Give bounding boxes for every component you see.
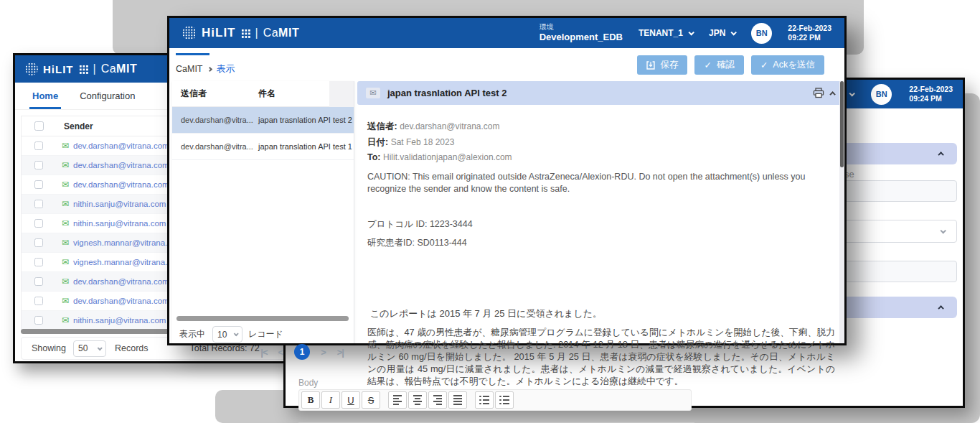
sender-email-link[interactable]: dev.darshan@vitrana.com bbox=[73, 180, 169, 189]
language-select[interactable]: JPN bbox=[709, 28, 735, 38]
front-app-header: HiLIT | CaMIT 環境 Development_EDB TENANT_… bbox=[169, 18, 844, 48]
envelope-icon: ✉ bbox=[62, 316, 69, 325]
save-button[interactable]: 保存 bbox=[637, 55, 687, 75]
tenant-select[interactable]: TENANT_1 bbox=[639, 28, 693, 38]
envelope-icon: ✉ bbox=[62, 219, 69, 228]
current-page-button[interactable]: 1 bbox=[294, 344, 310, 360]
received-line: このレポートは 2015 年 7 月 25 日に受領されました。 bbox=[370, 307, 602, 320]
brand-name: HiLIT bbox=[202, 26, 236, 40]
last-page-button[interactable]: >| bbox=[337, 347, 344, 358]
chevron-down-icon bbox=[731, 29, 737, 35]
records-label: Records bbox=[115, 343, 149, 353]
mail-date-line: 日付: Sat Feb 18 2023 bbox=[367, 136, 454, 149]
mail-list-header: 送信者 件名 bbox=[172, 81, 354, 107]
row-checkbox[interactable] bbox=[34, 238, 43, 247]
chevron-right-icon bbox=[207, 66, 212, 71]
next-page-button[interactable]: > bbox=[321, 347, 326, 358]
showing-label: 表示中 bbox=[179, 328, 205, 340]
sender-email-link[interactable]: nithin.sanju@vitrana.com bbox=[73, 316, 166, 325]
sender-email-link[interactable]: dev.darshan@vitrana.com bbox=[73, 161, 169, 169]
row-checkbox[interactable] bbox=[34, 297, 43, 305]
breadcrumb-current: 表示 bbox=[217, 62, 235, 75]
chevron-down-icon bbox=[940, 228, 946, 233]
format-align-center-button[interactable] bbox=[408, 391, 427, 409]
chevron-down-icon bbox=[688, 29, 694, 35]
mail-list-panel: 送信者 件名 dev.darshan@vitra... japan trasnl… bbox=[172, 81, 354, 343]
dots-grid-icon bbox=[79, 65, 88, 74]
dots-grid-icon bbox=[241, 29, 250, 38]
globe-icon bbox=[25, 62, 38, 75]
format-list-ul-button[interactable] bbox=[475, 391, 494, 409]
page-size-select[interactable]: 50 bbox=[73, 340, 106, 357]
format-justify-button[interactable] bbox=[448, 391, 467, 409]
mail-row-sender: dev.darshan@vitra... bbox=[181, 116, 258, 124]
row-checkbox[interactable] bbox=[34, 277, 43, 286]
row-checkbox[interactable] bbox=[34, 161, 43, 169]
page-size-value: 50 bbox=[78, 343, 88, 353]
row-checkbox[interactable] bbox=[34, 200, 43, 208]
format-bold-button[interactable]: B bbox=[301, 391, 320, 409]
protocol-id-line: プロトコル ID: 1223-3444 bbox=[367, 218, 473, 231]
avatar[interactable]: BN bbox=[751, 23, 772, 44]
row-checkbox[interactable] bbox=[34, 180, 43, 189]
row-checkbox[interactable] bbox=[34, 258, 43, 266]
sender-email-link[interactable]: dev.darshan@vitrana.com bbox=[73, 277, 169, 286]
breadcrumb-root[interactable]: CaMIT bbox=[176, 64, 203, 74]
richtext-toolbar: BIUS bbox=[298, 389, 692, 411]
format-underline-button[interactable]: U bbox=[341, 391, 360, 409]
mail-list-horizontal-scrollbar[interactable] bbox=[176, 316, 349, 321]
check-icon: ✓ bbox=[704, 60, 711, 70]
datetime: 22-Feb-202309:24 PM bbox=[909, 85, 953, 103]
select-all-checkbox[interactable] bbox=[34, 121, 44, 131]
brand-separator: | bbox=[93, 62, 96, 75]
format-align-left-button[interactable] bbox=[388, 391, 407, 409]
envelope-icon: ✉ bbox=[62, 238, 69, 247]
brand-name: HiLIT bbox=[43, 63, 74, 75]
print-icon[interactable] bbox=[813, 88, 824, 98]
mail-list-page-size: 表示中 10 レコード bbox=[179, 326, 283, 343]
check-icon: ✓ bbox=[760, 60, 768, 70]
action-buttons: 保存 ✓ 確認 ✓ Ackを送信 bbox=[637, 55, 824, 75]
brand-separator: | bbox=[255, 27, 258, 39]
chevron-down-icon bbox=[849, 90, 855, 96]
mail-vertical-scrollbar[interactable] bbox=[839, 81, 844, 343]
row-checkbox[interactable] bbox=[34, 316, 43, 325]
scrollbar-thumb[interactable] bbox=[840, 81, 844, 167]
tab-home[interactable]: Home bbox=[32, 90, 58, 101]
sender-email-link[interactable]: nithin.sanju@vitrana.com bbox=[73, 219, 166, 228]
mail-row-selected[interactable]: dev.darshan@vitra... japan trasnlation A… bbox=[172, 107, 354, 134]
collapse-icon[interactable] bbox=[829, 91, 835, 97]
mail-row-sender: dev.darshan@vitra... bbox=[181, 142, 258, 151]
showing-label: Showing bbox=[32, 343, 66, 353]
product-name: CaMIT bbox=[101, 62, 138, 75]
prev-page-button[interactable]: < bbox=[278, 347, 284, 358]
subject-column-header: 件名 bbox=[258, 88, 275, 100]
envelope-icon: ✉ bbox=[62, 258, 69, 266]
window-mail-view: HiLIT | CaMIT 環境 Development_EDB TENANT_… bbox=[167, 16, 847, 345]
avatar[interactable]: BN bbox=[871, 84, 892, 105]
send-ack-button[interactable]: ✓ Ackを送信 bbox=[751, 55, 824, 75]
format-strike-button[interactable]: S bbox=[362, 391, 380, 409]
confirm-button[interactable]: ✓ 確認 bbox=[694, 55, 743, 75]
screenshot-stage: HiLIT | CaMIT Home Configuration Sender … bbox=[0, 0, 980, 423]
row-checkbox[interactable] bbox=[34, 219, 43, 228]
envelope-icon: ✉ bbox=[62, 277, 69, 286]
mail-row[interactable]: dev.darshan@vitra... japan translation A… bbox=[172, 134, 354, 160]
mail-subject-bar: ✉ japan trasnlation API test 2 bbox=[357, 81, 844, 105]
format-italic-button[interactable]: I bbox=[321, 391, 340, 409]
product-name: CaMIT bbox=[263, 27, 300, 39]
sender-email-link[interactable]: dev.darshan@vitrana.com bbox=[73, 297, 169, 305]
format-list-ol-button[interactable] bbox=[495, 391, 514, 409]
records-label: レコード bbox=[248, 328, 283, 340]
sender-email-link[interactable]: dev.darshan@vitrana.com bbox=[73, 141, 169, 150]
sender-email-link[interactable]: nithin.sanju@vitrana.com bbox=[73, 200, 166, 208]
first-page-button[interactable]: |< bbox=[260, 347, 267, 358]
tab-configuration[interactable]: Configuration bbox=[80, 90, 135, 101]
row-checkbox[interactable] bbox=[34, 141, 43, 150]
page-size-select[interactable]: 10 bbox=[212, 326, 242, 343]
envelope-icon: ✉ bbox=[366, 88, 380, 98]
format-align-right-button[interactable] bbox=[428, 391, 447, 409]
mail-subject: japan trasnlation API test 2 bbox=[387, 88, 806, 98]
mail-row-subject: japan translation API test 1 bbox=[258, 142, 352, 151]
envelope-icon: ✉ bbox=[62, 297, 69, 305]
